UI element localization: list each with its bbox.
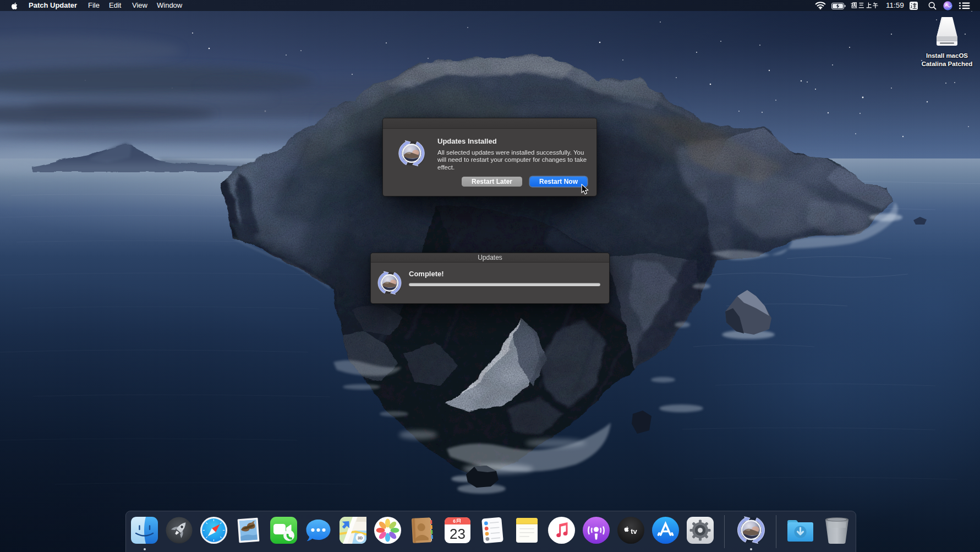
svg-text:6: 6 — [453, 518, 456, 524]
svg-text:3D: 3D — [358, 536, 363, 540]
svg-text:tv: tv — [631, 527, 637, 535]
svg-text:23: 23 — [450, 526, 466, 542]
